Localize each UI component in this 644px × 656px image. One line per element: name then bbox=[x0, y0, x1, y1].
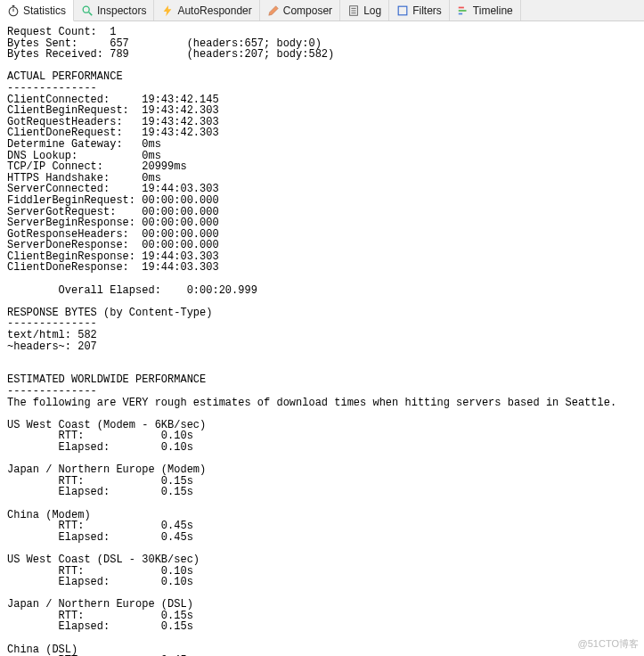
timeline-icon bbox=[457, 4, 469, 17]
tab-autoresponder[interactable]: AutoResponder bbox=[154, 0, 259, 20]
svg-line-4 bbox=[89, 12, 93, 15]
tab-bar: Statistics Inspectors AutoResponder Comp… bbox=[0, 0, 644, 21]
svg-marker-6 bbox=[269, 5, 279, 15]
tab-timeline[interactable]: Timeline bbox=[450, 0, 521, 20]
lightning-icon bbox=[161, 4, 174, 17]
svg-point-3 bbox=[83, 6, 89, 12]
tab-filters[interactable]: Filters bbox=[389, 0, 450, 20]
tab-label: Inspectors bbox=[97, 4, 146, 17]
document-icon bbox=[347, 4, 360, 17]
tab-label: Timeline bbox=[473, 4, 513, 17]
tab-composer[interactable]: Composer bbox=[260, 0, 340, 20]
watermark: @51CTO博客 bbox=[578, 637, 639, 651]
tab-label: Log bbox=[363, 4, 381, 17]
svg-marker-5 bbox=[164, 4, 172, 15]
stopwatch-icon bbox=[7, 4, 20, 17]
svg-rect-11 bbox=[398, 6, 407, 15]
svg-rect-1 bbox=[12, 4, 15, 6]
tab-label: Statistics bbox=[23, 4, 66, 17]
tab-log[interactable]: Log bbox=[340, 0, 389, 20]
tab-label: Filters bbox=[412, 4, 442, 17]
statistics-content: Request Count: 1 Bytes Sent: 657 (header… bbox=[0, 21, 644, 656]
pencil-icon bbox=[267, 4, 280, 17]
svg-rect-12 bbox=[459, 6, 464, 8]
svg-rect-14 bbox=[459, 12, 462, 14]
tab-label: Composer bbox=[283, 4, 332, 17]
magnifier-icon bbox=[81, 4, 94, 17]
svg-rect-13 bbox=[459, 10, 467, 12]
tab-inspectors[interactable]: Inspectors bbox=[74, 0, 154, 20]
tab-statistics[interactable]: Statistics bbox=[0, 0, 74, 21]
tab-label: AutoResponder bbox=[177, 4, 251, 17]
checkbox-icon bbox=[396, 4, 409, 17]
